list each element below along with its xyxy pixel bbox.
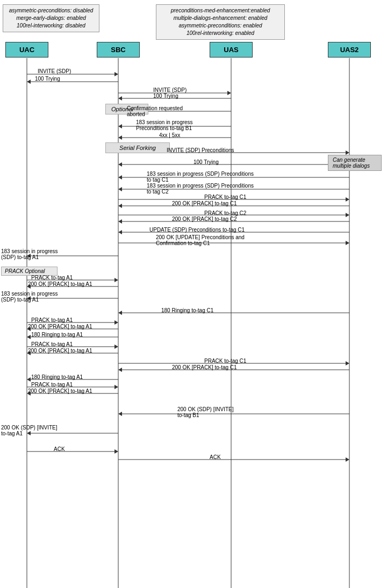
info-left-line3: 100rel-interworking: disabled bbox=[17, 23, 85, 28]
info-right-line3: asymmetric-preconditions: enabled bbox=[178, 23, 262, 28]
svg-marker-31 bbox=[346, 213, 349, 217]
msg-ack-1: ACK bbox=[54, 446, 65, 452]
can-generate-box: Can generate multiple dialogs bbox=[328, 155, 382, 171]
diagram-container: asymmetric-preconditions: disabled merge… bbox=[0, 0, 387, 588]
msg-183-c2: 183 session in progress (SDP) Preconditi… bbox=[147, 183, 254, 195]
svg-marker-65 bbox=[114, 385, 118, 389]
svg-marker-69 bbox=[118, 412, 122, 416]
msg-200-update-c1: 200 OK [UPDATE] Preconditions andConfirm… bbox=[156, 234, 245, 246]
svg-marker-37 bbox=[346, 241, 349, 245]
svg-marker-41 bbox=[114, 278, 118, 282]
msg-180-ringing-c1: 180 Ringing to-tag C1 bbox=[161, 307, 213, 313]
svg-marker-75 bbox=[346, 457, 349, 462]
msg-ack-2: ACK bbox=[210, 454, 221, 460]
svg-marker-7 bbox=[27, 80, 31, 84]
msg-100-trying-3: 100 Trying bbox=[194, 159, 219, 165]
info-box-right: preconditions-med-enhancement:enabled mu… bbox=[156, 4, 285, 40]
msg-prack-a1-1: PRACK to-tag A1 bbox=[31, 275, 73, 281]
svg-marker-61 bbox=[118, 368, 122, 372]
msg-200-invite-a1: 200 OK (SDP) [INVITE]to-tag A1 bbox=[1, 425, 57, 436]
svg-marker-27 bbox=[346, 197, 349, 202]
msg-200-prack-a1-3: 200 OK [PRACK] to-tag A1 bbox=[28, 348, 92, 354]
svg-marker-33 bbox=[118, 219, 122, 224]
entity-uac: UAC bbox=[5, 42, 48, 58]
entity-uas2-label: UAS2 bbox=[340, 46, 359, 54]
msg-183-a1-2: 183 session in progress(SDP) to-tag A1 bbox=[1, 291, 58, 303]
arrows-svg bbox=[0, 0, 387, 588]
msg-200-prack-c1: 200 OK [PRACK] to-tag C1 bbox=[172, 200, 237, 206]
msg-4xx-5xx: 4xx | 5xx bbox=[159, 132, 180, 138]
msg-confirmation-aborted: Confirmation requestedaborted bbox=[127, 105, 183, 117]
svg-marker-11 bbox=[118, 96, 122, 101]
msg-200-invite-b1: 200 OK (SDP) [INVITE]to-tag B1 bbox=[177, 406, 233, 418]
msg-180-ringing-a1-2: 180 Ringing to-tag A1 bbox=[31, 374, 83, 380]
msg-prack-a1-3: PRACK to-tag A1 bbox=[31, 341, 73, 347]
msg-183-b1: 183 session in progressPreconditions to-… bbox=[136, 119, 193, 131]
svg-marker-35 bbox=[118, 230, 122, 234]
svg-marker-25 bbox=[118, 187, 122, 191]
entity-uas-label: UAS bbox=[224, 46, 238, 54]
svg-marker-53 bbox=[27, 335, 31, 339]
msg-200-prack-a1-2: 200 OK [PRACK] to-tag A1 bbox=[28, 324, 92, 329]
svg-marker-17 bbox=[118, 135, 122, 140]
msg-invite-sdp-1: INVITE (SDP) bbox=[38, 68, 71, 74]
serial-forking-label: Serial Forking bbox=[105, 142, 170, 153]
msg-prack-c1-2: PRACK to-tag C1 bbox=[204, 358, 246, 364]
msg-100-trying-1: 100 Trying bbox=[35, 76, 60, 82]
entity-sbc: SBC bbox=[97, 42, 140, 58]
msg-prack-a1-4: PRACK to-tag A1 bbox=[31, 382, 73, 388]
info-left-line1: asymmetric-preconditions: disabled bbox=[9, 8, 94, 13]
msg-update-c1: UPDATE (SDP) Preconditions to-tag C1 bbox=[149, 227, 245, 233]
entity-sbc-label: SBC bbox=[111, 46, 125, 54]
msg-invite-sdp-2: INVITE (SDP) bbox=[153, 87, 187, 93]
svg-marker-5 bbox=[114, 72, 118, 76]
svg-marker-55 bbox=[114, 345, 118, 349]
svg-marker-59 bbox=[346, 361, 349, 365]
info-left-line2: merge-early-dialogs: enabled bbox=[16, 15, 86, 21]
msg-200-prack-c1-2: 200 OK [PRACK] to-tag C1 bbox=[172, 364, 237, 370]
msg-prack-a1-2: PRACK to-tag A1 bbox=[31, 317, 73, 323]
msg-200-prack-c2: 200 OK [PRACK] to-tag C2 bbox=[172, 216, 237, 222]
msg-183-c1: 183 session in progress (SDP) Preconditi… bbox=[147, 171, 254, 183]
svg-marker-23 bbox=[118, 175, 122, 180]
can-generate-text: Can generate multiple dialogs bbox=[333, 157, 370, 169]
entity-uas2: UAS2 bbox=[328, 42, 371, 58]
msg-100-trying-2: 100 Trying bbox=[153, 93, 178, 99]
svg-marker-19 bbox=[346, 150, 349, 155]
prack-optional-text: PRACK Optional bbox=[5, 268, 45, 274]
serial-forking-text: Serial Forking bbox=[119, 145, 156, 151]
svg-marker-63 bbox=[27, 377, 31, 382]
svg-marker-47 bbox=[118, 311, 122, 315]
msg-183-a1: 183 session in progress(SDP) to-tag A1 bbox=[1, 248, 58, 260]
msg-prack-c1: PRACK to-tag C1 bbox=[204, 194, 246, 200]
entity-uas: UAS bbox=[210, 42, 253, 58]
entity-uac-label: UAC bbox=[19, 46, 34, 54]
info-box-left: asymmetric-preconditions: disabled merge… bbox=[3, 4, 99, 32]
svg-marker-21 bbox=[118, 162, 122, 167]
svg-marker-29 bbox=[118, 204, 122, 208]
info-right-line1: preconditions-med-enhancement:enabled bbox=[171, 8, 270, 13]
svg-marker-9 bbox=[227, 91, 231, 95]
msg-200-prack-a1-4: 200 OK [PRACK] to-tag A1 bbox=[28, 388, 92, 394]
msg-invite-preconditions: INVITE (SDP) Preconditions bbox=[167, 147, 234, 153]
info-right-line4: 100rel-interworking: enabled bbox=[187, 30, 254, 36]
msg-prack-c2: PRACK to-tag C2 bbox=[204, 210, 246, 216]
msg-200-prack-a1-1: 200 OK [PRACK] to-tag A1 bbox=[28, 281, 92, 287]
svg-marker-49 bbox=[114, 320, 118, 325]
svg-marker-15 bbox=[118, 124, 122, 128]
msg-180-ringing-a1-1: 180 Ringing to-tag A1 bbox=[31, 332, 83, 338]
svg-marker-73 bbox=[114, 449, 118, 454]
info-right-line2: multiple-dialogs-enhancement: enabled bbox=[174, 15, 268, 21]
